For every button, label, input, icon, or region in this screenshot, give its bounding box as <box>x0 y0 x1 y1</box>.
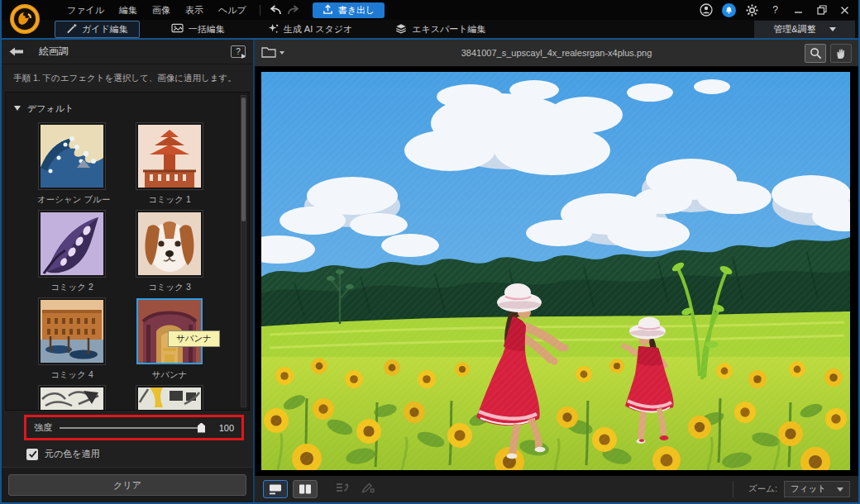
clear-button[interactable]: クリア <box>8 474 246 496</box>
zoom-label: ズーム: <box>748 483 777 495</box>
effect-thumbnail-comic-1[interactable]: コミック 1 <box>135 123 204 211</box>
menu-bar: ファイル 編集 画像 表示 ヘルプ 書き出し <box>2 0 858 20</box>
effects-scrollbar[interactable] <box>241 95 246 407</box>
magnifier-tool-button[interactable] <box>805 44 826 63</box>
checkbox-checked-icon[interactable] <box>26 449 38 460</box>
browse-folder-button[interactable] <box>261 45 284 61</box>
effect-label: コミック 4 <box>37 364 107 386</box>
tab-expert-edit-label: エキスパート編集 <box>412 23 485 36</box>
effect-label: コミック 3 <box>135 277 204 298</box>
pen-adjust-icon <box>361 482 375 497</box>
zoom-fit-dropdown[interactable]: フィット <box>784 481 850 497</box>
single-view-button[interactable] <box>263 480 288 498</box>
tab-guided-edit-label: ガイド編集 <box>82 23 128 36</box>
strength-label: 強度 <box>34 421 52 434</box>
chevron-down-icon <box>829 27 836 31</box>
panel-header: 絵画調 ? <box>2 40 253 64</box>
manage-adjust-label: 管理&調整 <box>773 23 815 36</box>
effect-thumbnail-comic-4[interactable]: コミック 4 <box>37 298 107 386</box>
folder-icon <box>261 45 276 61</box>
effect-thumbnail-partial[interactable] <box>135 386 204 411</box>
effect-thumbnail-ocean-blue[interactable]: オーシャン ブルー <box>37 123 107 211</box>
hand-tool-button[interactable] <box>830 44 852 63</box>
photodirector-logo-icon <box>8 2 41 36</box>
effect-label: コミック 1 <box>135 189 204 211</box>
toolbar-separator <box>733 481 733 497</box>
strength-slider[interactable] <box>60 427 205 429</box>
export-label: 書き出し <box>338 4 375 17</box>
strength-slider-highlight: 強度 100 <box>24 415 244 440</box>
chevron-down-icon <box>280 51 284 55</box>
effect-thumb-image <box>39 386 105 411</box>
effect-thumb-image <box>39 298 105 364</box>
effect-thumb-image <box>39 123 105 189</box>
effect-label: サバンナ <box>135 364 204 386</box>
undo-icon[interactable] <box>266 2 284 17</box>
effects-grid: オーシャン ブルー <box>6 123 249 411</box>
minimize-icon[interactable] <box>791 3 805 17</box>
section-default-header[interactable]: デフォルト <box>6 93 249 123</box>
effects-panel: デフォルト オーシャン ブルー <box>5 92 250 411</box>
effect-thumbnail-partial[interactable] <box>37 386 107 411</box>
effect-thumb-image <box>136 211 203 277</box>
menu-edit[interactable]: 編集 <box>112 4 145 17</box>
panel-help-icon[interactable]: ? <box>231 45 246 58</box>
canvas-area[interactable] <box>255 67 858 475</box>
slider-handle[interactable] <box>198 423 205 433</box>
effect-label: オーシャン ブルー <box>37 189 107 211</box>
view-tools <box>805 44 852 63</box>
effect-thumbnail-comic-2[interactable]: コミック 2 <box>37 211 107 298</box>
menu-file[interactable]: ファイル <box>60 4 112 17</box>
sidebar-bottom-bar: クリア <box>2 467 253 502</box>
apply-original-color-row[interactable]: 元の色を適用 <box>2 442 253 467</box>
tab-expert-edit[interactable]: エキスパート編集 <box>384 21 497 38</box>
zoom-value: フィット <box>791 483 826 495</box>
restore-window-icon[interactable] <box>815 3 829 17</box>
menu-image[interactable]: 画像 <box>145 4 178 17</box>
export-icon <box>322 4 333 17</box>
tab-generative-ai-studio-label: 生成 AI スタジオ <box>284 23 353 36</box>
viewer-bottom-toolbar: ズーム: フィット <box>255 475 858 502</box>
strength-value: 100 <box>213 423 234 433</box>
photos-icon <box>171 23 184 35</box>
edited-photo <box>261 72 850 470</box>
export-button[interactable]: 書き出し <box>313 2 385 18</box>
settings-gear-icon[interactable] <box>745 3 759 17</box>
tab-generative-ai-studio[interactable]: 生成 AI スタジオ <box>256 21 365 38</box>
content-area: 絵画調 ? 手順 1. 下のエフェクトを選択して、画像に適用します。 デフォルト <box>2 40 858 502</box>
app-window: ファイル 編集 画像 表示 ヘルプ 書き出し <box>0 0 860 504</box>
menu-help[interactable]: ヘルプ <box>211 4 254 17</box>
effect-thumb-image <box>39 211 105 277</box>
compare-view-button[interactable] <box>293 480 318 498</box>
window-controls: ? <box>699 0 852 20</box>
ai-sparkle-icon <box>268 23 279 36</box>
tab-guided-edit[interactable]: ガイド編集 <box>55 21 140 38</box>
effect-thumbnail-comic-3[interactable]: コミック 3 <box>135 211 204 298</box>
scrollbar-thumb[interactable] <box>241 97 246 221</box>
panel-title: 絵画調 <box>39 45 69 59</box>
image-filename: 3841007_s_upscayl_4x_realesrgan-x4plus.p… <box>255 48 858 58</box>
chevron-down-icon <box>837 487 843 492</box>
mode-tab-bar: ガイド編集 一括編集 生成 AI スタジオ エキスパート編集 管理&調整 <box>2 20 858 40</box>
manage-adjust-dropdown[interactable]: 管理&調整 <box>754 21 855 38</box>
collapse-triangle-icon <box>14 106 21 111</box>
main-area: 3841007_s_upscayl_4x_realesrgan-x4plus.p… <box>255 40 858 502</box>
account-icon[interactable] <box>699 3 713 17</box>
close-window-icon[interactable] <box>838 3 852 17</box>
effect-thumb-image <box>136 123 203 189</box>
effect-label: コミック 2 <box>37 277 107 298</box>
step-instruction: 手順 1. 下のエフェクトを選択して、画像に適用します。 <box>2 64 253 92</box>
notifications-icon[interactable] <box>722 3 736 17</box>
redo-icon[interactable] <box>284 2 303 17</box>
layers-icon <box>395 23 407 36</box>
effect-thumb-image <box>136 386 203 411</box>
disabled-tools <box>336 482 375 497</box>
magic-wand-icon <box>66 23 77 36</box>
help-icon[interactable]: ? <box>768 3 782 17</box>
menu-view[interactable]: 表示 <box>178 4 211 17</box>
back-arrow-icon[interactable] <box>9 45 29 59</box>
section-default-label: デフォルト <box>27 102 74 115</box>
tab-batch-edit[interactable]: 一括編集 <box>160 21 236 38</box>
apply-original-color-label: 元の色を適用 <box>45 448 100 460</box>
zoom-controls: ズーム: フィット <box>733 481 850 497</box>
